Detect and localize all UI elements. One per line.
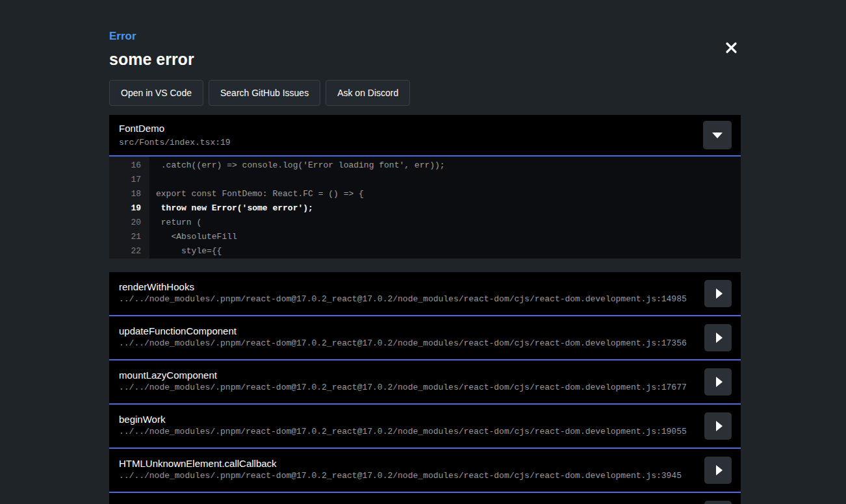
line-code: .catch((err) => console.log('Error loadi… — [149, 158, 445, 173]
stack-frame-row: HTMLUnknownElement.callCallback ../../no… — [109, 449, 741, 493]
stack-frame-source: ../../node_modules/.pnpm/react-dom@17.0.… — [119, 470, 695, 482]
error-type-label: Error — [109, 30, 741, 43]
line-number: 22 — [109, 244, 149, 258]
stack-frame-source: ../../node_modules/.pnpm/react-dom@17.0.… — [119, 338, 695, 349]
line-number: 20 — [109, 216, 149, 230]
chevron-down-icon — [712, 132, 723, 138]
line-number: 18 — [109, 187, 149, 201]
code-line: 16 .catch((err) => console.log('Error lo… — [109, 158, 741, 173]
code-line: 21 <AbsoluteFill — [109, 230, 741, 244]
line-code: throw new Error('some error'); — [149, 201, 313, 216]
stack-frame-source: ../../node_modules/.pnpm/react-dom@17.0.… — [119, 426, 695, 438]
line-code: style={{ — [149, 244, 222, 258]
stack-frame-row: updateFunctionComponent ../../node_modul… — [109, 316, 741, 360]
code-frame-header: FontDemo src/Fonts/index.tsx:19 — [109, 115, 741, 157]
stack-frame-row: beginWork ../../node_modules/.pnpm/react… — [109, 405, 741, 449]
error-message-title: some error — [109, 49, 741, 69]
stack-frame-function: HTMLUnknownElement.callCallback — [119, 457, 695, 470]
play-icon — [716, 288, 723, 299]
stack-frame-row: renderWithHooks ../../node_modules/.pnpm… — [109, 272, 741, 316]
stack-frame-row: mountLazyComponent ../../node_modules/.p… — [109, 360, 741, 405]
search-github-issues-button[interactable]: Search GitHub Issues — [209, 80, 320, 106]
code-line: 22 style={{ — [109, 244, 741, 258]
play-icon — [716, 377, 723, 387]
play-icon — [716, 421, 723, 431]
code-frame-panel: FontDemo src/Fonts/index.tsx:19 16 .catc… — [109, 115, 741, 258]
code-frame-heading: FontDemo src/Fonts/index.tsx:19 — [119, 123, 231, 148]
code-snippet: 16 .catch((err) => console.log('Error lo… — [109, 157, 741, 258]
stack-frame-function: renderWithHooks — [119, 281, 695, 293]
line-number: 19 — [109, 201, 149, 216]
expand-frame-button[interactable] — [704, 368, 732, 396]
code-line: 17 — [109, 173, 741, 187]
expand-frame-button[interactable] — [704, 501, 732, 504]
stack-frame-source: ../../node_modules/.pnpm/react-dom@17.0.… — [119, 382, 695, 394]
stack-frame-function: updateFunctionComponent — [119, 325, 695, 337]
stack-frame-function: mountLazyComponent — [119, 369, 695, 381]
collapse-frame-button[interactable] — [703, 121, 732, 149]
error-content: Error some error Open in VS Code Search … — [109, 30, 741, 504]
stack-frame-source: ../../node_modules/.pnpm/react-dom@17.0.… — [119, 294, 695, 305]
ask-on-discord-button[interactable]: Ask on Discord — [326, 80, 410, 106]
code-frame-title: FontDemo — [119, 123, 231, 134]
expand-frame-button[interactable] — [704, 412, 732, 440]
code-line: 18export const FontDemo: React.FC = () =… — [109, 187, 741, 201]
stack-frame-list: renderWithHooks ../../node_modules/.pnpm… — [109, 272, 741, 504]
stack-frame-function: beginWork — [119, 413, 695, 425]
expand-frame-button[interactable] — [704, 457, 732, 484]
line-code: export const FontDemo: React.FC = () => … — [149, 187, 364, 201]
line-code — [149, 173, 156, 187]
line-code: return ( — [149, 216, 201, 230]
code-frame-location: src/Fonts/index.tsx:19 — [119, 138, 231, 148]
expand-frame-button[interactable] — [704, 324, 732, 351]
expand-frame-button[interactable] — [704, 280, 732, 307]
open-in-vscode-button[interactable]: Open in VS Code — [109, 80, 203, 106]
line-number: 17 — [109, 173, 149, 187]
play-icon — [716, 465, 723, 475]
line-code: <AbsoluteFill — [149, 230, 237, 244]
stack-frame-row-partial — [109, 493, 741, 504]
line-number: 16 — [109, 158, 149, 173]
code-line-highlighted: 19 throw new Error('some error'); — [109, 201, 741, 216]
action-buttons: Open in VS Code Search GitHub Issues Ask… — [109, 80, 741, 106]
play-icon — [716, 333, 723, 343]
error-overlay: Error some error Open in VS Code Search … — [0, 0, 846, 504]
code-line: 20 return ( — [109, 216, 741, 230]
line-number: 21 — [109, 230, 149, 244]
